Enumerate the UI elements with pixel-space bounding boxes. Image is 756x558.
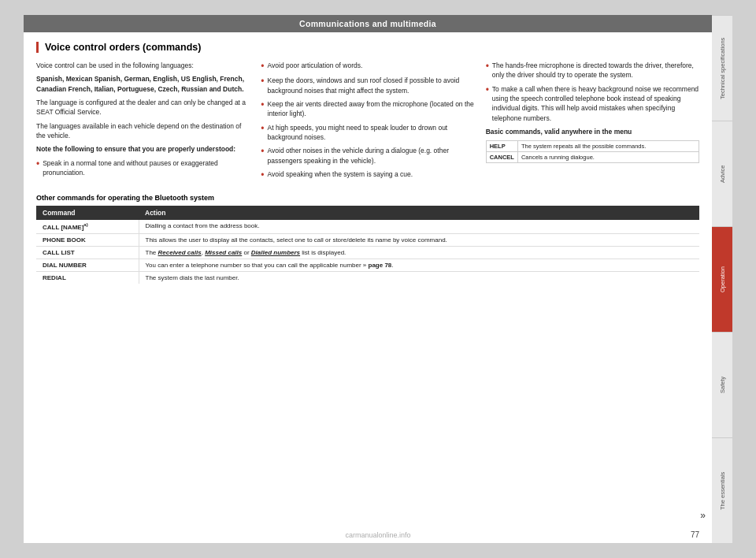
other-commands-title: Other commands for operating the Bluetoo… — [36, 194, 699, 202]
mid-bullet-text-1: Avoid poor articulation of words. — [268, 61, 363, 70]
mid-bullet-3: • Keep the air vents directed away from … — [261, 99, 474, 119]
languages-text: Spanish, Mexican Spanish, German, Englis… — [36, 75, 244, 92]
bt-command-cell: DIAL NUMBER — [36, 259, 139, 271]
watermark: carmanualonline.info — [345, 531, 410, 539]
sidebar-tab-operation[interactable]: Operation — [712, 226, 732, 332]
col-header-command: Command — [36, 206, 139, 220]
bluetooth-table: Command Action CALL [NAME]a)Dialling a c… — [36, 206, 699, 284]
sidebar-tab-advice[interactable]: Advice — [712, 121, 732, 226]
bullet-dot: • — [261, 61, 264, 72]
mid-bullet-text-5: Avoid other noises in the vehicle during… — [268, 146, 475, 166]
col-right: • The hands-free microphone is directed … — [486, 61, 699, 184]
basic-commands-table: HELPThe system repeats all the possible … — [486, 140, 699, 163]
right-bullet-2: • To make a call when there is heavy bac… — [486, 84, 699, 123]
mid-bullet-text-4: At high speeds, you might need to speak … — [268, 123, 475, 143]
three-col-layout: Voice control can be used in the followi… — [36, 61, 699, 184]
table-row: REDIALThe system dials the last number. — [36, 271, 699, 284]
right-tabs: Technical specificationsAdviceOperationS… — [712, 15, 732, 543]
basic-cmd-row: CANCELCancels a running dialogue. — [486, 152, 699, 163]
basic-cmd-desc: Cancels a running dialogue. — [517, 152, 699, 163]
bt-action-cell: This allows the user to display all the … — [139, 233, 699, 246]
right-bullet-1: • The hands-free microphone is directed … — [486, 61, 699, 80]
bullet-dot: • — [486, 61, 489, 72]
voice-control-heading: Voice control orders (commands) — [45, 42, 201, 53]
bullet-dot: • — [261, 76, 264, 87]
bt-command-cell: CALL LIST — [36, 246, 139, 259]
sidebar-tab-technical-specifications[interactable]: Technical specifications — [712, 15, 732, 121]
bullet-dot: • — [261, 99, 264, 110]
bullet-dot: • — [261, 146, 264, 157]
other-commands-section: Other commands for operating the Bluetoo… — [36, 194, 699, 284]
sidebar-tab-the-essentials[interactable]: The essentials — [712, 437, 732, 543]
bt-action-cell: The Received calls, Missed calls or Dial… — [139, 246, 699, 259]
col-middle: • Avoid poor articulation of words. • Ke… — [261, 61, 474, 184]
bullet-dot: • — [261, 169, 264, 180]
bt-command-cell: REDIAL — [36, 271, 139, 284]
page-number: 77 — [691, 530, 699, 539]
basic-cmd-desc: The system repeats all the possible comm… — [517, 141, 699, 152]
dealer-note: The language is configured at the dealer… — [36, 98, 250, 117]
content-area: Voice control orders (commands) Voice co… — [24, 32, 712, 526]
bt-action-cell: You can enter a telephone number so that… — [139, 259, 699, 271]
bt-action-cell: The system dials the last number. — [139, 271, 699, 284]
mid-bullet-text-6: Avoid speaking when the system is saying… — [268, 169, 413, 179]
col-left: Voice control can be used in the followi… — [36, 61, 250, 184]
right-bullet-text-2: To make a call when there is heavy backg… — [492, 84, 699, 123]
basic-cmd-label: CANCEL — [486, 152, 517, 163]
bt-command-cell: CALL [NAME]a) — [36, 220, 139, 233]
dest-note: The languages available in each vehicle … — [36, 121, 250, 141]
bullet-dot: • — [36, 158, 39, 169]
table-row: DIAL NUMBERYou can enter a telephone num… — [36, 259, 699, 271]
note-heading: Note the following to ensure that you ar… — [36, 145, 235, 153]
table-row: CALL LISTThe Received calls, Missed call… — [36, 246, 699, 259]
basic-cmd-label: HELP — [486, 141, 517, 152]
table-row: CALL [NAME]a)Dialling a contact from the… — [36, 220, 699, 233]
mid-bullet-6: • Avoid speaking when the system is sayi… — [261, 169, 474, 180]
left-bullet-1: • Speak in a normal tone and without pau… — [36, 158, 250, 178]
table-row: PHONE BOOKThis allows the user to displa… — [36, 233, 699, 246]
right-bullet-text-1: The hands-free microphone is directed to… — [492, 61, 699, 80]
mid-bullet-text-2: Keep the doors, windows and sun roof clo… — [268, 76, 475, 95]
bullet-dot: • — [261, 123, 264, 134]
mid-bullet-5: • Avoid other noises in the vehicle duri… — [261, 146, 474, 166]
intro-text: Voice control can be used in the followi… — [36, 61, 250, 70]
basic-cmd-row: HELPThe system repeats all the possible … — [486, 141, 699, 152]
left-bullet-text-1: Speak in a normal tone and without pause… — [43, 158, 250, 178]
sidebar-tab-safety[interactable]: Safety — [712, 332, 732, 437]
mid-bullet-2: • Keep the doors, windows and sun roof c… — [261, 76, 474, 95]
section-header: Communications and multimedia — [24, 15, 712, 32]
bullet-dot: • — [486, 84, 489, 95]
page-container: Communications and multimedia Voice cont… — [24, 15, 732, 543]
col-header-action: Action — [139, 206, 699, 220]
arrow-right: » — [700, 510, 706, 521]
bt-action-cell: Dialling a contact from the address book… — [139, 220, 699, 233]
mid-bullet-4: • At high speeds, you might need to spea… — [261, 123, 474, 143]
basic-commands-title: Basic commands, valid anywhere in the me… — [486, 127, 699, 136]
mid-bullet-1: • Avoid poor articulation of words. — [261, 61, 474, 72]
section-title: Communications and multimedia — [299, 19, 436, 28]
mid-bullet-text-3: Keep the air vents directed away from th… — [268, 99, 475, 119]
main-content: Communications and multimedia Voice cont… — [24, 15, 712, 543]
voice-control-title: Voice control orders (commands) — [36, 42, 699, 53]
bt-command-cell: PHONE BOOK — [36, 233, 139, 246]
